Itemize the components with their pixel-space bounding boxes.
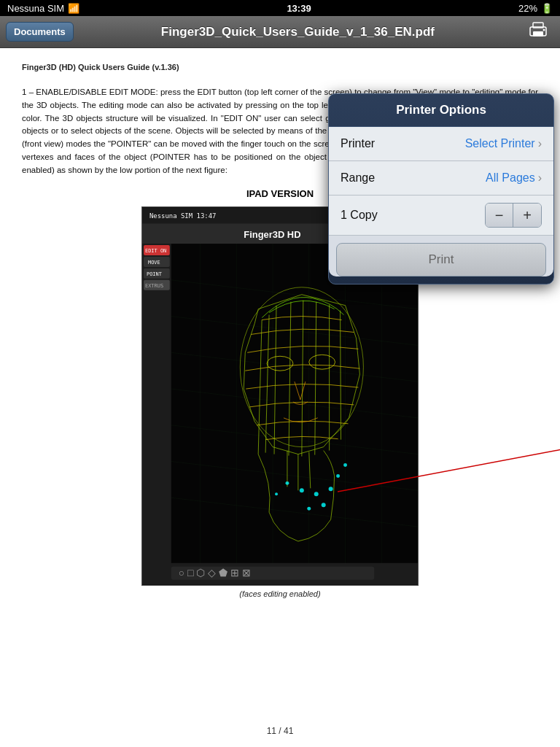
main-content: Finger3D (HD) Quick Users Guide (v.1.36)…	[0, 48, 560, 747]
printer-value: Select Printer	[465, 137, 535, 150]
pdf-caption: (faces editing enabled)	[22, 589, 538, 598]
battery-icon: 🔋	[541, 3, 553, 14]
svg-point-64	[322, 503, 326, 507]
svg-point-61	[300, 488, 304, 492]
copy-stepper: − +	[485, 203, 542, 228]
svg-point-69	[275, 492, 278, 495]
print-icon-button[interactable]	[522, 18, 554, 46]
printer-options-panel: Printer Options Printer Select Printer ›…	[328, 93, 554, 285]
wifi-icon: 📶	[68, 3, 79, 14]
svg-text:Finger3D HD: Finger3D HD	[244, 229, 300, 240]
print-button[interactable]: Print	[336, 243, 546, 276]
svg-text:EDIT ON: EDIT ON	[145, 248, 166, 254]
svg-text:POINT: POINT	[147, 271, 163, 277]
svg-text:Nessuna SIM  13:47: Nessuna SIM 13:47	[149, 212, 216, 220]
svg-text:EXTRUS: EXTRUS	[145, 282, 163, 288]
pdf-header: Finger3D (HD) Quick Users Guide (v.1.36)	[22, 63, 538, 71]
time-label: 13:39	[287, 3, 311, 14]
options-body: Printer Select Printer › Range All Pages…	[329, 127, 553, 276]
stepper-plus-button[interactable]: +	[513, 204, 541, 227]
range-value-container: All Pages ›	[486, 171, 542, 185]
svg-rect-2	[533, 31, 543, 36]
nav-title: Finger3D_Quick_Users_Guide_v_1_36_EN.pdf	[74, 25, 522, 39]
copy-row: 1 Copy − +	[329, 196, 553, 236]
svg-point-3	[543, 28, 545, 31]
back-button[interactable]: Documents	[6, 22, 74, 42]
status-right: 22% 🔋	[518, 3, 553, 14]
svg-rect-73	[171, 566, 375, 579]
printer-label: Printer	[341, 137, 375, 150]
svg-point-68	[285, 481, 289, 485]
printer-value-container: Select Printer ›	[465, 137, 542, 150]
svg-rect-11	[142, 244, 171, 570]
range-value: All Pages	[486, 171, 535, 185]
range-chevron-icon: ›	[538, 171, 542, 185]
stepper-minus-button[interactable]: −	[486, 204, 513, 227]
printer-options-title: Printer Options	[329, 94, 553, 127]
svg-point-67	[343, 463, 347, 467]
printer-row[interactable]: Printer Select Printer ›	[329, 127, 553, 161]
nav-bar: Documents Finger3D_Quick_Users_Guide_v_1…	[0, 16, 560, 48]
svg-point-66	[336, 474, 340, 478]
range-label: Range	[341, 171, 375, 185]
carrier-label: Nessuna SIM	[7, 3, 64, 14]
svg-text:MOVE: MOVE	[148, 260, 160, 266]
battery-label: 22%	[518, 3, 537, 14]
range-row[interactable]: Range All Pages ›	[329, 161, 553, 196]
printer-chevron-icon: ›	[538, 137, 542, 150]
svg-point-62	[314, 492, 319, 496]
copy-label: 1 Copy	[341, 209, 378, 222]
svg-point-63	[329, 487, 333, 491]
status-bar: Nessuna SIM 📶 13:39 22% 🔋	[0, 0, 560, 16]
status-left: Nessuna SIM 📶	[7, 3, 79, 14]
pdf-footer: 11 / 41	[0, 726, 560, 736]
svg-point-65	[307, 506, 311, 510]
